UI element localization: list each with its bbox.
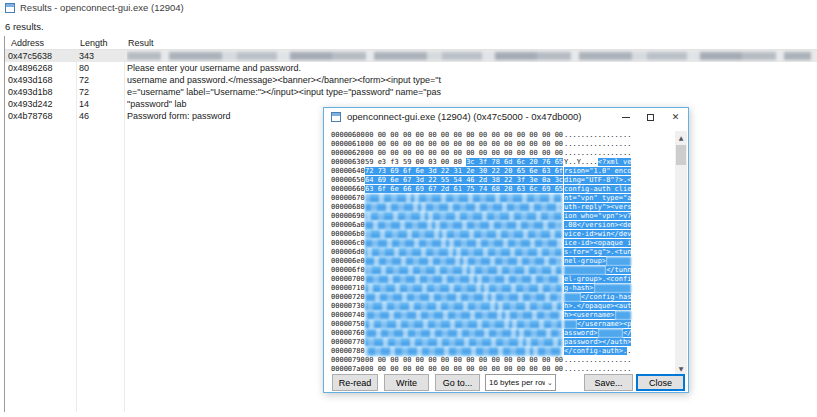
censored-ascii-segment <box>615 311 632 320</box>
censored-hex-block <box>365 302 562 311</box>
hex-offset: 000007a0 <box>331 365 365 374</box>
hex-ascii: ice-id><opaque i <box>564 239 636 248</box>
hex-row[interactable]: 0000079000 00 00 00 00 00 00 00 00 00 00… <box>331 356 671 365</box>
hex-row[interactable]: 00000700el-group>.<confi <box>331 275 671 284</box>
hex-row[interactable]: 0000066063 6f 6e 66 69 67 2d 61 75 74 68… <box>331 185 671 194</box>
hex-row[interactable]: 0000060000 00 00 00 00 00 00 00 00 00 00… <box>331 131 671 140</box>
chevron-down-icon: ⌄ <box>545 379 555 387</box>
hex-offset: 000006a0 <box>331 221 365 230</box>
hex-ascii: ion who="vpn">v7 <box>564 212 636 221</box>
hex-ascii: rsion="1.0" enco <box>564 167 636 176</box>
hex-row[interactable]: 00000750</username><p <box>331 320 671 329</box>
hex-row[interactable]: 000006a0.08</version><de <box>331 221 671 230</box>
hex-row[interactable]: 00000680uth-reply"><vers <box>331 203 671 212</box>
censored-ascii-segment <box>598 329 623 338</box>
result-row[interactable]: 0x493d1b872e="username" label="Username:… <box>5 86 817 98</box>
hex-row[interactable]: 00000770password></auth> <box>331 338 671 347</box>
censored-hex-block <box>365 203 562 212</box>
scrollbar-thumb[interactable] <box>676 145 686 165</box>
hex-row[interactable]: 00000710g-hash> <box>331 284 671 293</box>
censored-ascii-segment <box>606 257 631 266</box>
result-length: 14 <box>79 98 127 110</box>
hex-row[interactable]: 000006b0vice-id>win</dev <box>331 230 671 239</box>
hex-ascii: vice-id>win</dev <box>564 230 636 239</box>
maximize-button[interactable] <box>638 108 663 126</box>
hex-ascii: </username><p <box>564 320 636 329</box>
result-address: 0x4896268 <box>8 62 78 74</box>
hex-scrollbar[interactable]: ▲ ▼ <box>675 131 687 374</box>
hex-offset: 00000680 <box>331 203 365 212</box>
hex-bytes <box>365 329 564 338</box>
hex-offset: 00000710 <box>331 284 365 293</box>
hex-row[interactable]: 000006e0nel-group> <box>331 257 671 266</box>
save-button[interactable]: Save... <box>584 374 633 391</box>
hex-bytes: 00 00 00 00 00 00 00 00 00 00 00 00 00 0… <box>365 131 564 140</box>
censored-hex-block <box>365 329 562 338</box>
hex-row[interactable]: 000006c0ice-id><opaque i <box>331 239 671 248</box>
hex-row[interactable]: 00000730h>.</opaque><aut <box>331 302 671 311</box>
censored-hex-block <box>365 266 562 275</box>
scrollbar-down-icon[interactable]: ▼ <box>675 362 687 374</box>
hex-row[interactable]: 000006d0s-for="sg">.<tun <box>331 248 671 257</box>
censored-hex-block <box>365 257 562 266</box>
hex-bytes <box>365 230 564 239</box>
hex-rows[interactable]: 0000060000 00 00 00 00 00 00 00 00 00 00… <box>331 131 671 375</box>
bytes-per-row-value: 16 bytes per row <box>486 378 545 387</box>
hex-offset: 00000700 <box>331 275 365 284</box>
hex-row[interactable]: 00000760assword></ <box>331 329 671 338</box>
hex-row[interactable]: 000007a000 00 00 00 00 00 00 00 00 00 00… <box>331 365 671 374</box>
hex-ascii: nt="vpn" type="a <box>564 194 636 203</box>
hex-offset: 000006d0 <box>331 248 365 257</box>
hex-row[interactable]: 0000062000 00 00 00 00 00 00 00 00 00 00… <box>331 149 671 158</box>
result-length: 72 <box>79 86 127 98</box>
write-button[interactable]: Write <box>384 374 429 391</box>
goto-button[interactable]: Go to... <box>435 374 480 391</box>
result-row[interactable]: 0x489626880Please enter your username an… <box>5 62 817 74</box>
hex-offset: 00000610 <box>331 140 365 149</box>
censored-hex-block <box>365 311 562 320</box>
dialog-titlebar[interactable]: openconnect-gui.exe (12904) (0x47c5000 -… <box>324 108 688 126</box>
hex-ascii: </config-auth>.. <box>564 347 636 356</box>
result-row[interactable]: 0x47c5638343 <box>5 50 817 62</box>
result-length: 80 <box>79 62 127 74</box>
censored-hex-block <box>365 338 562 347</box>
hex-bytes <box>365 311 564 320</box>
censored-hex-block <box>365 221 562 230</box>
hex-offset: 000006b0 <box>331 230 365 239</box>
hex-row[interactable]: 000006f0</tunn <box>331 266 671 275</box>
hex-ascii: ................ <box>564 365 636 374</box>
hex-bytes: 00 00 00 00 00 00 00 00 00 00 00 00 00 0… <box>365 149 564 158</box>
hex-row[interactable]: 00000690ion who="vpn">v7 <box>331 212 671 221</box>
hex-bytes <box>365 266 564 275</box>
reread-button[interactable]: Re-read <box>332 374 378 391</box>
results-window-icon <box>5 3 15 13</box>
censored-ascii-segment <box>564 320 577 329</box>
hex-row[interactable]: 00000740h><username> <box>331 311 671 320</box>
hex-row[interactable]: 0000061000 00 00 00 00 00 00 00 00 00 00… <box>331 140 671 149</box>
column-header-address[interactable]: Address <box>11 37 44 49</box>
scrollbar-up-icon[interactable]: ▲ <box>675 131 687 143</box>
minimize-button[interactable] <box>613 108 638 126</box>
column-header-length[interactable]: Length <box>80 37 108 49</box>
close-window-button[interactable]: ✕ <box>663 108 688 126</box>
hex-ascii: ................ <box>564 140 636 149</box>
result-length: 343 <box>79 50 127 62</box>
result-row[interactable]: 0x493d16872username and password.</messa… <box>5 74 817 86</box>
hex-row[interactable]: 00000670nt="vpn" type="a <box>331 194 671 203</box>
hex-offset: 00000660 <box>331 185 365 194</box>
close-button[interactable]: Close <box>636 374 685 391</box>
hex-row[interactable]: 00000780</config-auth>.. <box>331 347 671 356</box>
column-header-result[interactable]: Result <box>128 37 154 49</box>
censored-ascii-segment <box>564 293 581 302</box>
hex-row[interactable]: 0000064072 73 69 6f 6e 3d 22 31 2e 30 22… <box>331 167 671 176</box>
hex-bytes <box>365 248 564 257</box>
hex-ascii: config-auth clie <box>564 185 636 194</box>
hex-offset: 00000770 <box>331 338 365 347</box>
bytes-per-row-select[interactable]: 16 bytes per row ⌄ <box>485 374 556 391</box>
hex-bytes <box>365 347 564 356</box>
hex-row[interactable]: 00000720</config-has <box>331 293 671 302</box>
hex-offset: 00000600 <box>331 131 365 140</box>
results-window-titlebar: Results - openconnect-gui.exe (12904) <box>0 0 817 16</box>
hex-row[interactable]: 0000063059 e3 f3 59 00 03 00 80 3c 3f 78… <box>331 158 671 167</box>
hex-row[interactable]: 0000065064 69 6e 67 3d 22 55 54 46 2d 38… <box>331 176 671 185</box>
